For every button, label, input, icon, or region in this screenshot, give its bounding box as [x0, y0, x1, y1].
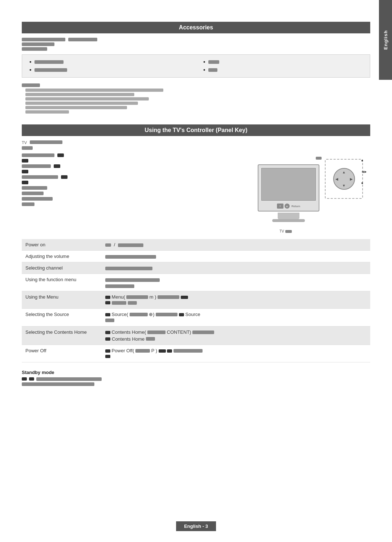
table-row-power-on: Power on / — [22, 239, 370, 251]
tv-screen — [261, 168, 316, 201]
note-lines — [25, 89, 370, 114]
function-desc-contents-home: Contents Home( CONTENT) Contents Home — [102, 326, 370, 345]
table-row-source: Selecting the Source Source( ⊕) Source — [22, 308, 370, 326]
panel-list-item-5 — [22, 175, 240, 179]
tv-stand — [278, 213, 299, 219]
accessories-section: Accessories • • • — [22, 22, 370, 114]
panel-list-item-7 — [22, 186, 240, 190]
panel-list-item-6 — [22, 181, 240, 184]
joystick-circle: ▲ ▼ ◀ ▶ — [333, 168, 355, 190]
function-desc-power-off: Power Off( P ) — [102, 345, 370, 362]
meta-blurred-4 — [22, 47, 47, 51]
table-row-channel: Selecting channel — [22, 262, 370, 274]
function-label-contents-home: Selecting the Contents Home — [22, 326, 102, 345]
panel-list-item-9 — [22, 197, 240, 201]
bullet-4: • — [203, 67, 205, 73]
item-blurred-2 — [34, 68, 67, 72]
tv-diagram: ≡ ⊕ Return — [250, 153, 367, 233]
panel-list-item-8 — [22, 192, 240, 195]
table-row-using-menu: Using the Menu Menu( m ) — [22, 291, 370, 308]
intro-blurred-1 — [30, 140, 62, 144]
function-label-power-on: Power on — [22, 239, 102, 251]
accessory-item-3: • — [203, 59, 363, 65]
page-container: English Accessories • • — [0, 0, 392, 542]
note-line-1 — [25, 89, 163, 92]
arrow-labels: ■ ◀ ▶ ■ — [362, 159, 367, 185]
accessory-item-1: • — [29, 59, 189, 65]
panel-intro-row2 — [22, 146, 370, 150]
tv-body: ≡ ⊕ Return — [258, 164, 319, 212]
panel-list-item-4 — [22, 170, 240, 173]
note-line-5 — [25, 106, 127, 109]
table-row-function-menu: Using the function menu — [22, 274, 370, 291]
bullet-1: • — [29, 59, 32, 65]
standby-line-1 — [22, 377, 370, 381]
function-label-source: Selecting the Source — [22, 308, 102, 326]
function-label-channel: Selecting channel — [22, 262, 102, 274]
panel-intro: TV — [22, 140, 370, 150]
arrow-label-mid: ◀ ▶ — [362, 170, 367, 173]
panel-text-column — [22, 153, 240, 233]
note-line-3 — [25, 97, 149, 100]
note-label-row — [22, 83, 370, 87]
tv-controller-label: TV — [22, 140, 27, 145]
item-blurred-4 — [208, 68, 217, 72]
arrow-label-top: ■ — [362, 159, 367, 162]
standby-section: Standby mode — [22, 370, 370, 386]
table-row-power-off: Power Off Power Off( P ) — [22, 345, 370, 362]
meta-blurred-1 — [22, 38, 65, 41]
top-blurred-label — [316, 156, 322, 160]
table-row-contents-home: Selecting the Contents Home Contents Hom… — [22, 326, 370, 345]
function-label-using-menu: Using the Menu — [22, 291, 102, 308]
meta-blurred-2 — [68, 38, 97, 41]
item-blurred-1 — [34, 60, 64, 64]
joystick-area: ▲ ▼ ◀ ▶ — [333, 168, 355, 190]
function-label-volume: Adjusting the volume — [22, 251, 102, 262]
language-label: English — [383, 30, 388, 50]
meta-row-1 — [22, 38, 370, 41]
tv-btn-menu: ≡ — [277, 204, 283, 209]
tv-bottom-label: TV — [279, 229, 292, 233]
function-table-body: Power on / Adjusting the volume — [22, 239, 370, 362]
language-tab: English — [379, 0, 392, 80]
standby-line-2 — [22, 382, 370, 386]
panel-intro-row: TV — [22, 140, 370, 145]
table-row-volume: Adjusting the volume — [22, 251, 370, 262]
bullet-3: • — [203, 59, 205, 65]
function-desc-channel — [102, 262, 370, 274]
meta-row-3 — [22, 47, 370, 51]
page-number: English - 3 — [176, 521, 216, 531]
note-line-2 — [25, 93, 134, 96]
tv-return-label: Return — [291, 205, 300, 208]
note-label — [22, 83, 40, 87]
accessories-grid: • • • • — [22, 54, 370, 78]
function-desc-volume — [102, 251, 370, 262]
function-desc-power-on: / — [102, 239, 370, 251]
panel-list — [22, 153, 240, 206]
meta-blurred-3 — [22, 42, 54, 46]
arrow-label-bot: ■ — [362, 181, 367, 185]
panel-list-item-3 — [22, 164, 240, 168]
controller-dashed-box: ▲ ▼ ◀ ▶ — [325, 159, 363, 199]
standby-title: Standby mode — [22, 370, 370, 375]
function-desc-using-menu: Menu( m ) — [102, 291, 370, 308]
accessory-item-4: • — [203, 67, 363, 73]
panel-list-item-1 — [22, 153, 240, 157]
intro-blurred-2 — [22, 146, 33, 150]
panel-list-item-10 — [22, 202, 240, 206]
function-table: Power on / Adjusting the volume — [22, 239, 370, 362]
meta-row-2 — [22, 42, 370, 46]
tv-panel-buttons: ≡ ⊕ Return — [277, 204, 300, 209]
panel-section: Using the TV's Controller (Panel Key) TV — [22, 124, 370, 386]
tv-btn-src: ⊕ — [285, 204, 290, 209]
item-blurred-3 — [208, 60, 219, 64]
function-desc-function-menu — [102, 274, 370, 291]
function-label-function-menu: Using the function menu — [22, 274, 102, 291]
accessories-header: Accessories — [22, 22, 370, 33]
accessories-metadata — [22, 38, 370, 51]
note-line-4 — [25, 102, 138, 105]
function-label-power-off: Power Off — [22, 345, 102, 362]
function-desc-source: Source( ⊕) Source — [102, 308, 370, 326]
panel-content: ≡ ⊕ Return — [22, 153, 370, 233]
panel-list-item-2 — [22, 159, 240, 163]
